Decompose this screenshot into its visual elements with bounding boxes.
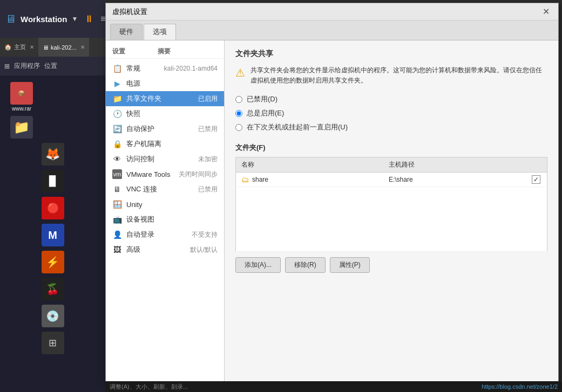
vm-icon: 🖥 [43,44,49,51]
settings-item-general[interactable]: 📋 常规 kali-2020.1-amd64 [106,61,224,76]
desktop-icon-disc[interactable]: 💿 [5,305,100,327]
warning-icon: ⚠ [235,66,245,86]
settings-item-autologin[interactable]: 👤 自动登录 不受支持 [106,227,224,242]
radio-always-input[interactable] [235,110,242,117]
settings-list-header: 设置 摘要 [106,45,224,59]
bolt-icon: ⚡ [42,251,64,273]
dialog-close-button[interactable]: ✕ [540,6,552,17]
folder-path-cell: E:\share [383,173,526,187]
power-icon: ▶ [112,79,122,88]
apps-label[interactable]: 应用程序 [14,61,40,71]
settings-item-advanced[interactable]: 🖼 高级 默认/默认 [106,242,224,257]
loc-label[interactable]: 位置 [44,61,57,71]
settings-item-shared-folders[interactable]: 📁 共享文件夹 已启用 [106,91,224,106]
radio-disabled[interactable]: 已禁用(D) [235,94,547,104]
desktop-icons-area: 📦 www.rar 📁 🦊 ▉ 🔴 M ⚡ 🍒 💿 ⊞ [0,75,105,361]
firefox-icon: 🦊 [42,143,64,166]
desktop-icon-bolt[interactable]: ⚡ [5,251,100,273]
bottom-status-link[interactable]: https://blog.csdn.net/zone1/2 [482,383,558,390]
vnc-icon: 🖥 [112,184,122,194]
add-folder-button[interactable]: 添加(A)... [235,257,281,273]
folder-row-share[interactable]: 🗂 share E:\share ✓ [236,173,547,187]
kali-left-panel: 🖥 Workstation ▼ ⏸ ≡ 🏠 主页 ✕ 🖥 kali-202...… [0,0,105,392]
dropdown-icon[interactable]: ▼ [71,15,78,23]
radio-always[interactable]: 总是启用(E) [235,108,547,118]
settings-item-power[interactable]: ▶ 电源 [106,76,224,91]
properties-folder-button[interactable]: 属性(P) [330,257,370,273]
close-home-icon[interactable]: ✕ [30,44,34,50]
desktop-icon-rar[interactable]: 📦 www.rar [5,82,38,112]
action-buttons: 添加(A)... 移除(R) 属性(P) [235,257,547,273]
device-view-icon: 📺 [112,215,122,224]
folder-name-cell: 🗂 share [236,173,383,187]
snapshots-icon: 🕐 [112,109,122,119]
settings-item-access-control[interactable]: 👁 访问控制 未加密 [106,152,224,167]
rar-icon: 📦 [10,82,33,105]
settings-item-vmware-tools[interactable]: vm VMware Tools 关闭时间同步 [106,167,224,182]
folder-table-empty-row [236,187,547,252]
settings-item-snapshots[interactable]: 🕐 快照 [106,106,224,121]
desktop-icon-grid[interactable]: ⊞ [5,332,100,354]
settings-right-panel: 文件夹共享 ⚠ 共享文件夹会将您的文件显示给虚拟机中的程序。这可能为您的计算机和… [225,40,558,385]
bottom-status-text: 调整(A)、大小、刷新、刻录... [110,383,188,391]
home-icon: 🏠 [4,44,12,51]
remove-folder-button[interactable]: 移除(R) [285,257,326,273]
workstation-icon: 🖥 [5,13,16,25]
vmware-tools-icon: vm [112,169,122,179]
desktop-icon-folder[interactable]: 📁 [5,116,38,139]
autoprotect-icon: 🔄 [112,124,122,134]
warning-text: 共享文件夹会将您的文件显示给虚拟机中的程序。这可能为您的计算机和数据带来风险。请… [250,65,547,86]
settings-item-autoprotect[interactable]: 🔄 自动保护 已禁用 [106,121,224,136]
desktop-icon-terminal[interactable]: ▉ [5,170,100,192]
close-kali-icon[interactable]: ✕ [80,44,85,50]
disc-icon: 💿 [42,305,64,327]
tab-hardware[interactable]: 硬件 [110,24,143,40]
desktop-icon-m[interactable]: M [5,224,100,246]
pause-btn[interactable]: ⏸ [84,13,94,25]
folder-row-icon: 🗂 [241,175,249,184]
m-icon: M [42,224,64,246]
settings-item-vnc[interactable]: 🖥 VNC 连接 已禁用 [106,182,224,197]
radio-until-poweroff[interactable]: 在下次关机或挂起前一直启用(U) [235,122,547,132]
access-control-icon: 👁 [112,154,122,164]
advanced-icon: 🖼 [112,245,122,255]
folders-section-title: 文件夹(F) [235,143,547,153]
radio-until-poweroff-input[interactable] [235,124,242,131]
dialog-title: 虚拟机设置 [112,7,147,17]
workstation-header: 🖥 Workstation ▼ ⏸ ≡ [0,0,105,38]
desktop-icon-red[interactable]: 🔴 [5,197,100,219]
desktop-icon-cherry[interactable]: 🍒 [5,278,100,300]
tab-kali[interactable]: 🖥 kali-202... ✕ [38,38,89,57]
folder-enabled-cell[interactable]: ✓ [526,173,547,187]
warning-box: ⚠ 共享文件夹会将您的文件显示给虚拟机中的程序。这可能为您的计算机和数据带来风险… [235,65,547,86]
folders-col-enabled [526,157,547,173]
tab-home[interactable]: 🏠 主页 ✕ [0,38,38,57]
folder-enabled-checkbox[interactable]: ✓ [532,175,540,184]
bottom-statusbar: 调整(A)、大小、刷新、刻录... https://blog.csdn.net/… [105,381,562,392]
workstation-title: Workstation [21,15,67,24]
grid-icon: ⊞ [42,332,64,354]
general-icon: 📋 [112,64,122,73]
shared-folders-icon: 📁 [112,94,122,104]
guest-isolation-icon: 🔒 [112,139,122,149]
section-title: 文件夹共享 [235,49,547,59]
settings-list: 设置 摘要 📋 常规 kali-2020.1-amd64 ▶ 电源 📁 共享文件… [106,40,225,385]
radio-group: 已禁用(D) 总是启用(E) 在下次关机或挂起前一直启用(U) [235,94,547,132]
cherry-icon: 🍒 [42,278,64,300]
kali-appbar: ⊞ 应用程序 位置 [0,57,105,75]
folders-table: 名称 主机路径 🗂 share E:\share [235,157,547,252]
apps-btn[interactable]: ⊞ [4,63,10,70]
radio-disabled-input[interactable] [235,96,242,103]
dialog-content: 设置 摘要 📋 常规 kali-2020.1-amd64 ▶ 电源 📁 共享文件… [106,40,558,385]
settings-item-guest-isolation[interactable]: 🔒 客户机隔离 [106,136,224,152]
red-icon: 🔴 [42,197,64,219]
dialog-titlebar: 虚拟机设置 ✕ [106,3,558,20]
tab-options[interactable]: 选项 [144,24,176,40]
kali-tab-bar: 🏠 主页 ✕ 🖥 kali-202... ✕ [0,38,105,57]
desktop-icon-firefox[interactable]: 🦊 [5,143,100,166]
settings-item-device-view[interactable]: 📺 设备视图 [106,212,224,227]
settings-item-unity[interactable]: 🪟 Unity [106,197,224,212]
dialog-window: 虚拟机设置 ✕ 硬件 选项 设置 摘要 📋 常规 kali-2020.1-amd… [105,3,559,386]
folders-col-path: 主机路径 [383,157,526,173]
folder-icon: 📁 [10,116,33,139]
